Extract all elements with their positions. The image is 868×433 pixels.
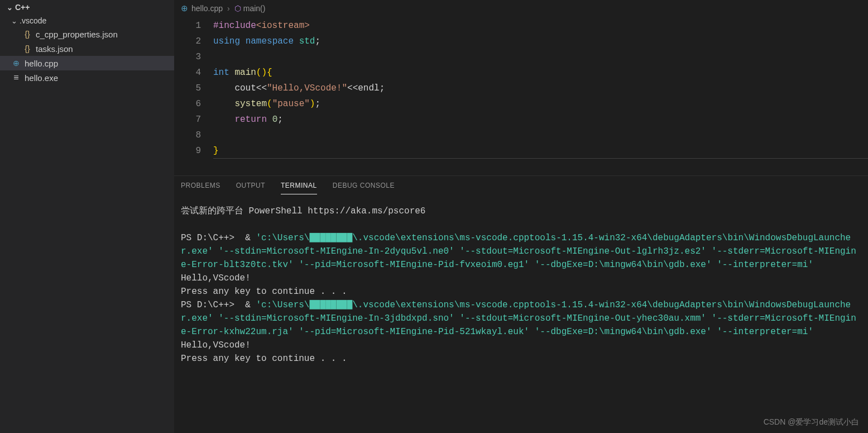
tab-output[interactable]: OUTPUT xyxy=(236,182,265,194)
panel-tab-bar: PROBLEMS OUTPUT TERMINAL DEBUG CONSOLE xyxy=(174,176,868,194)
sidebar-file-hello-cpp[interactable]: ⊕ hello.cpp xyxy=(0,56,174,70)
cpp-file-icon: ⊕ xyxy=(181,3,188,13)
cpp-file-icon: ⊕ xyxy=(11,58,21,68)
editor-main-area: ⊕ hello.cpp › ⬡ main() 1 2 3 4 5 6 7 8 9… xyxy=(174,0,868,433)
breadcrumb-symbol: main() xyxy=(243,4,266,13)
sidebar-file-c-cpp-properties[interactable]: {} c_cpp_properties.json xyxy=(0,27,174,41)
tab-debug-console[interactable]: DEBUG CONSOLE xyxy=(333,182,395,194)
exe-file-icon: ≡ xyxy=(11,73,21,83)
watermark: CSDN @爱学习de测试小白 xyxy=(764,417,859,427)
file-label: c_cpp_properties.json xyxy=(36,30,118,39)
breadcrumb[interactable]: ⊕ hello.cpp › ⬡ main() xyxy=(174,0,868,17)
json-file-icon: {} xyxy=(22,29,32,39)
chevron-right-icon: › xyxy=(227,4,230,13)
sidebar-file-hello-exe[interactable]: ≡ hello.exe xyxy=(0,70,174,85)
terminal-output[interactable]: 尝试新的跨平台 PowerShell https://aka.ms/pscore… xyxy=(174,194,868,433)
method-icon: ⬡ xyxy=(234,4,241,13)
bottom-panel: PROBLEMS OUTPUT TERMINAL DEBUG CONSOLE 尝… xyxy=(174,175,868,433)
tab-terminal[interactable]: TERMINAL xyxy=(281,182,317,194)
chevron-down-icon: ⌄ xyxy=(7,3,13,12)
project-name: C++ xyxy=(15,3,30,12)
sidebar-project-header[interactable]: ⌄ C++ xyxy=(0,0,174,15)
file-label: hello.exe xyxy=(25,73,58,83)
sidebar-file-tasks-json[interactable]: {} tasks.json xyxy=(0,41,174,56)
json-file-icon: {} xyxy=(22,44,32,54)
line-number-gutter: 1 2 3 4 5 6 7 8 9 xyxy=(174,18,213,159)
file-label: hello.cpp xyxy=(25,59,58,68)
folder-label: .vscode xyxy=(20,16,46,25)
sidebar-folder-vscode[interactable]: ⌄ .vscode xyxy=(0,15,174,27)
code-editor[interactable]: 1 2 3 4 5 6 7 8 9 #include<iostream> usi… xyxy=(174,17,868,159)
breadcrumb-file: hello.cpp xyxy=(191,4,223,13)
chevron-down-icon: ⌄ xyxy=(11,17,17,25)
file-explorer-sidebar: ⌄ C++ ⌄ .vscode {} c_cpp_properties.json… xyxy=(0,0,174,433)
code-content[interactable]: #include<iostream> using namespace std; … xyxy=(213,18,868,159)
file-label: tasks.json xyxy=(36,44,73,54)
tab-problems[interactable]: PROBLEMS xyxy=(181,182,220,194)
